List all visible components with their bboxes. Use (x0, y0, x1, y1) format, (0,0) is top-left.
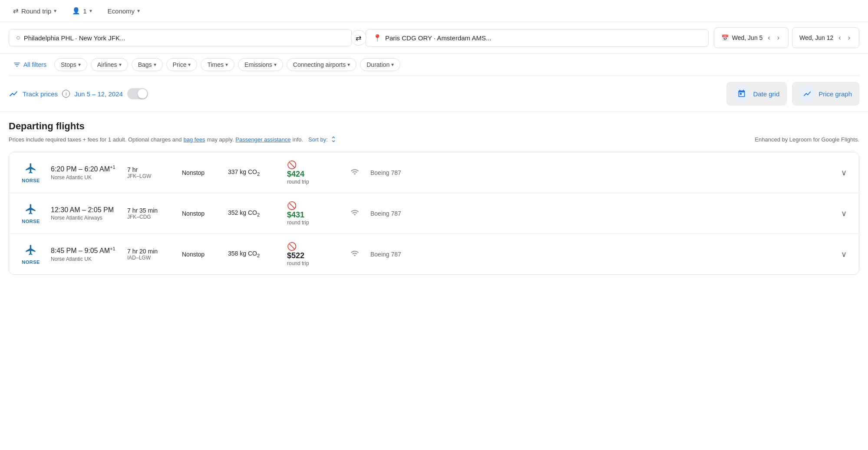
price-graph-label: Price graph (818, 90, 852, 98)
times-filter-btn[interactable]: Times ▾ (201, 58, 234, 71)
flight-price-col: 🚫 $424 round trip (287, 160, 343, 185)
duration-label: Duration (366, 61, 389, 68)
wifi-icon (350, 168, 363, 178)
calendar-icon: 📅 (721, 34, 729, 41)
passengers-btn[interactable]: 👤 1 ▾ (68, 4, 96, 17)
duration-value: 7 hr 20 min (127, 248, 175, 255)
co2-sub: 2 (257, 171, 260, 177)
airline-logo: NORSE (18, 203, 44, 224)
results-meta-text: Prices include required taxes + fees for… (9, 136, 182, 143)
sort-by-label: Sort by: (308, 136, 328, 143)
aircraft-model: Boeing 787 (370, 251, 831, 258)
bag-fees-link[interactable]: bag fees (184, 136, 205, 143)
stops-chevron: ▾ (78, 62, 81, 68)
airline-sub-name: Norse Atlantic UK (51, 256, 120, 262)
passengers-label: 1 (83, 7, 86, 15)
flight-stops: Nonstop (182, 251, 221, 258)
flight-row[interactable]: NORSE 6:20 PM – 6:20 AM+1 Norse Atlantic… (9, 152, 859, 193)
price-label: Price (173, 61, 187, 68)
bags-filter-btn[interactable]: Bags ▾ (132, 58, 163, 71)
return-date-text: Wed, Jun 12 (799, 34, 833, 41)
trend-icon (9, 89, 18, 99)
co2-sub: 2 (257, 253, 260, 258)
flight-co2: 352 kg CO2 (228, 209, 280, 217)
duration-value: 7 hr (127, 166, 175, 173)
expand-flight-btn[interactable]: ∨ (838, 207, 850, 220)
connecting-airports-label: Connecting airports (293, 61, 346, 68)
bags-chevron: ▾ (154, 62, 156, 68)
flight-price-col: 🚫 $522 round trip (287, 242, 343, 266)
return-date-field[interactable]: Wed, Jun 12 ‹ › (792, 27, 859, 48)
passengers-icon: 👤 (72, 7, 80, 15)
date-grid-button[interactable]: Date grid (726, 82, 787, 105)
destination-pin-icon: 📍 (373, 34, 382, 42)
flight-row[interactable]: NORSE 12:30 AM – 2:05 PM Norse Atlantic … (9, 193, 859, 234)
emissions-label: Emissions (244, 61, 272, 68)
top-bar: ⇄ Round trip ▾ 👤 1 ▾ Economy ▾ (0, 0, 868, 22)
cabin-class-chevron: ▾ (137, 8, 140, 14)
route-code: JFK–CDG (127, 214, 175, 220)
depart-prev-btn[interactable]: ‹ (766, 32, 772, 43)
flight-duration: 7 hr 35 min JFK–CDG (127, 207, 175, 220)
duration-chevron: ▾ (391, 62, 394, 68)
passenger-assistance-link[interactable]: Passenger assistance (235, 136, 290, 143)
trip-type-label: Round trip (21, 7, 51, 15)
track-info-icon[interactable]: i (62, 90, 70, 98)
all-filters-button[interactable]: All filters (9, 58, 51, 71)
airline-logo: NORSE (18, 162, 44, 183)
stops-filter-btn[interactable]: Stops ▾ (54, 58, 87, 71)
origin-field[interactable]: ○ Philadelphia PHL · New York JFK... (9, 29, 352, 46)
flight-price: $522 (287, 251, 304, 260)
results-section: Departing flights Prices include require… (0, 112, 868, 147)
results-meta-end: info. (293, 136, 304, 143)
swap-button[interactable]: ⇄ (351, 30, 366, 46)
search-bar: ○ Philadelphia PHL · New York JFK... ⇄ 📍… (0, 22, 868, 54)
destination-field[interactable]: 📍 Paris CDG ORY · Amsterdam AMS... (366, 29, 709, 47)
all-filters-label: All filters (23, 61, 46, 68)
price-chevron: ▾ (188, 62, 191, 68)
expand-flight-btn[interactable]: ∨ (838, 248, 850, 261)
airlines-label: Airlines (97, 61, 117, 68)
flight-co2: 358 kg CO2 (228, 250, 280, 258)
track-date-range: Jun 5 – 12, 2024 (74, 90, 123, 98)
sort-by-btn[interactable]: Sort by: (308, 135, 337, 143)
depart-date-field[interactable]: 📅 Wed, Jun 5 ‹ › (714, 27, 789, 48)
airlines-filter-btn[interactable]: Airlines ▾ (91, 58, 128, 71)
wifi-icon (350, 208, 363, 219)
return-next-btn[interactable]: › (846, 32, 852, 43)
track-prices-toggle[interactable] (127, 88, 148, 99)
connecting-airports-chevron: ▾ (347, 62, 350, 68)
airline-icon (25, 162, 37, 177)
results-meta-mid: may apply. (207, 136, 234, 143)
flight-times: 8:45 PM – 9:05 AM+1 Norse Atlantic UK (51, 246, 120, 262)
price-filter-btn[interactable]: Price ▾ (166, 58, 198, 71)
emissions-filter-btn[interactable]: Emissions ▾ (238, 58, 283, 71)
bags-label: Bags (138, 61, 152, 68)
flight-times: 6:20 PM – 6:20 AM+1 Norse Atlantic UK (51, 164, 120, 180)
flights-list: NORSE 6:20 PM – 6:20 AM+1 Norse Atlantic… (9, 152, 859, 275)
return-prev-btn[interactable]: ‹ (837, 32, 842, 43)
airline-name-badge: NORSE (22, 219, 40, 224)
airline-logo: NORSE (18, 244, 44, 265)
flight-price-col: 🚫 $431 round trip (287, 201, 343, 226)
flight-row[interactable]: NORSE 8:45 PM – 9:05 AM+1 Norse Atlantic… (9, 234, 859, 274)
duration-filter-btn[interactable]: Duration ▾ (360, 58, 400, 71)
expand-flight-btn[interactable]: ∨ (838, 166, 850, 179)
airline-icon (25, 203, 37, 218)
destination-text: Paris CDG ORY · Amsterdam AMS... (385, 34, 492, 42)
trip-type-btn[interactable]: ⇄ Round trip ▾ (9, 4, 61, 17)
cabin-class-btn[interactable]: Economy ▾ (103, 5, 145, 17)
sort-icon (330, 135, 337, 143)
duration-value: 7 hr 35 min (127, 207, 175, 214)
wifi-icon (350, 249, 363, 259)
depart-next-btn[interactable]: › (776, 32, 781, 43)
airlines-chevron: ▾ (119, 62, 122, 68)
track-prices-row: Track prices i Jun 5 – 12, 2024 Date gri… (0, 76, 868, 112)
no-bag-icon: 🚫 (287, 242, 297, 251)
connecting-airports-filter-btn[interactable]: Connecting airports ▾ (287, 58, 356, 71)
toggle-thumb (138, 89, 147, 99)
results-meta: Prices include required taxes + fees for… (9, 135, 859, 143)
passengers-chevron: ▾ (89, 8, 92, 14)
price-graph-button[interactable]: Price graph (792, 82, 859, 105)
price-type: round trip (287, 260, 309, 266)
